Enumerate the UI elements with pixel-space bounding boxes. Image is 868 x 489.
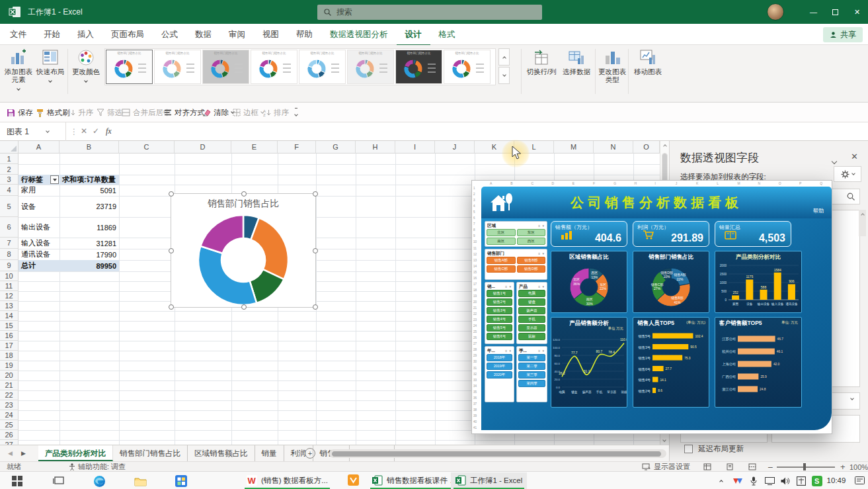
pivot-row-label[interactable]: 通讯设备	[19, 249, 59, 260]
taskbar-app-工作簿1 - Excel[interactable]: 工作簿1 - Excel	[451, 472, 527, 489]
pivot-chart-object[interactable]: 销售部门销售占比	[171, 193, 316, 308]
alignment-button[interactable]: 对齐方式	[164, 103, 205, 122]
minimize-button[interactable]: —	[803, 0, 824, 24]
maximize-button[interactable]	[824, 0, 846, 24]
pivot-row-label[interactable]: 设备	[19, 196, 59, 217]
taskbar-app-(销售) 数据看板方...[interactable]: W(销售) 数据看板方...	[242, 472, 333, 489]
sheet-tab-区域销售额占比[interactable]: 区域销售额占比	[188, 445, 255, 461]
row-header-27[interactable]: 27	[0, 440, 19, 445]
column-header-A[interactable]: A	[19, 141, 59, 154]
enter-icon[interactable]: ✓	[93, 126, 99, 136]
sheet-tab-产品类别分析对比[interactable]: 产品类别分析对比	[38, 445, 113, 461]
ribbon-tab-设计[interactable]: 设计	[397, 24, 430, 46]
row-header-4[interactable]: 4	[0, 185, 19, 196]
notification-icon[interactable]	[853, 472, 866, 489]
pane-scrollbar-up[interactable]	[859, 210, 866, 236]
row-header-16[interactable]: 16	[0, 331, 19, 341]
add-chart-element-button[interactable]: 添加图表元素	[3, 48, 34, 99]
row-header-3[interactable]: 3	[0, 175, 19, 185]
row-header-1[interactable]: 1	[0, 154, 19, 164]
share-button[interactable]: 共享	[823, 27, 863, 42]
row-header-26[interactable]: 26	[0, 430, 19, 440]
sheet-tab-销售部门销售占比[interactable]: 销售部门销售占比	[113, 445, 188, 461]
row-header-10[interactable]: 10	[0, 271, 19, 281]
wps-tray-icon[interactable]	[731, 472, 744, 489]
page-layout-view-button[interactable]	[726, 462, 734, 472]
row-header-20[interactable]: 20	[0, 371, 19, 380]
column-header-F[interactable]: F	[278, 141, 316, 154]
clock[interactable]: 10:49	[822, 476, 851, 484]
row-header-18[interactable]: 18	[0, 351, 19, 361]
ime-icon[interactable]	[795, 472, 808, 489]
chart-style-5[interactable]: 销售部门销售占比	[299, 50, 346, 84]
ribbon-tab-插入[interactable]: 插入	[69, 24, 102, 44]
ribbon-tab-文件[interactable]: 文件	[1, 24, 35, 44]
pivot-total-label[interactable]: 总计	[19, 260, 59, 271]
filter-button[interactable]: 筛选	[97, 103, 122, 122]
fx-button[interactable]: fx	[106, 126, 112, 136]
scrollbar-thumb[interactable]	[331, 451, 662, 457]
page-break-view-button[interactable]	[748, 462, 756, 472]
resize-handle[interactable]	[169, 248, 174, 253]
row-header-23[interactable]: 23	[0, 400, 19, 410]
row-labels-filter-button[interactable]	[50, 175, 59, 184]
pivot-row-label[interactable]: 输出设备	[19, 217, 59, 238]
row-header-24[interactable]: 24	[0, 410, 19, 420]
clear-button[interactable]: 清除	[202, 103, 234, 122]
sheet-nav-left-icon[interactable]: ◀	[8, 450, 13, 457]
tabbar-overflow[interactable]: ⋮	[319, 449, 327, 458]
cast-display-icon[interactable]	[763, 472, 776, 489]
sheet-nav-right-icon[interactable]: ▶	[21, 450, 26, 457]
dashboard-overlay-image[interactable]: ABCDEFGHIJKLMNOPQ 1234567891011121314151…	[471, 180, 832, 434]
normal-view-button[interactable]	[703, 462, 711, 472]
column-header-B[interactable]: B	[59, 141, 119, 154]
new-sheet-button[interactable]: +	[305, 448, 315, 459]
resize-handle[interactable]	[313, 248, 318, 253]
chart-style-6[interactable]: 销售部门销售占比	[347, 50, 394, 84]
change-colors-button[interactable]: 更改颜色	[70, 48, 102, 99]
pivot-row-value[interactable]: 5091	[59, 185, 119, 196]
microphone-icon[interactable]	[747, 472, 760, 489]
chart-style-1[interactable]: 销售部门销售占比	[106, 50, 153, 84]
borders-button[interactable]: 边框	[233, 103, 264, 122]
zoom-in-button[interactable]: +	[840, 462, 846, 472]
row-header-6[interactable]: 6	[0, 217, 19, 238]
hidden-icons-chevron[interactable]	[715, 472, 727, 489]
cancel-icon[interactable]: ✕	[81, 126, 87, 136]
row-header-22[interactable]: 22	[0, 390, 19, 400]
volume-icon[interactable]	[779, 472, 792, 489]
zoom-out-button[interactable]: −	[768, 462, 773, 472]
row-header-7[interactable]: 7	[0, 238, 19, 249]
name-box[interactable]: 图表 1	[0, 122, 66, 141]
chart-style-3[interactable]: 销售部门销售占比	[202, 50, 249, 84]
ribbon-tab-开始[interactable]: 开始	[35, 24, 69, 44]
pane-settings-button[interactable]	[834, 166, 861, 182]
task-view-button[interactable]	[52, 474, 65, 488]
resize-handle[interactable]	[169, 304, 174, 310]
row-header-2[interactable]: 2	[0, 164, 19, 175]
ribbon-tab-公式[interactable]: 公式	[153, 24, 186, 44]
sheet-tab-销量[interactable]: 销量	[255, 445, 284, 461]
user-avatar[interactable]	[767, 3, 784, 21]
ribbon-tab-视图[interactable]: 视图	[254, 24, 288, 44]
row-header-14[interactable]: 14	[0, 311, 19, 321]
column-header-N[interactable]: N	[594, 141, 633, 154]
resize-handle[interactable]	[169, 191, 174, 197]
zoom-level[interactable]: 100%	[849, 462, 868, 472]
row-header-13[interactable]: 13	[0, 301, 19, 311]
column-header-H[interactable]: H	[356, 141, 395, 154]
select-all-corner[interactable]	[0, 141, 19, 154]
resize-handle[interactable]	[313, 304, 318, 310]
accessibility-status[interactable]: 辅助功能: 调查	[69, 462, 126, 472]
column-header-O[interactable]: O	[633, 141, 660, 154]
format-painter-button[interactable]: 格式刷	[36, 103, 70, 122]
row-header-5[interactable]: 5	[0, 196, 19, 217]
column-header-J[interactable]: J	[435, 141, 475, 154]
column-header-K[interactable]: K	[475, 141, 514, 154]
start-button[interactable]	[11, 474, 24, 488]
pivot-row-label[interactable]: 输入设备	[19, 238, 59, 249]
row-header-17[interactable]: 17	[0, 341, 19, 351]
column-header-I[interactable]: I	[395, 141, 435, 154]
file-explorer-icon[interactable]	[134, 474, 147, 488]
row-header-15[interactable]: 15	[0, 321, 19, 331]
